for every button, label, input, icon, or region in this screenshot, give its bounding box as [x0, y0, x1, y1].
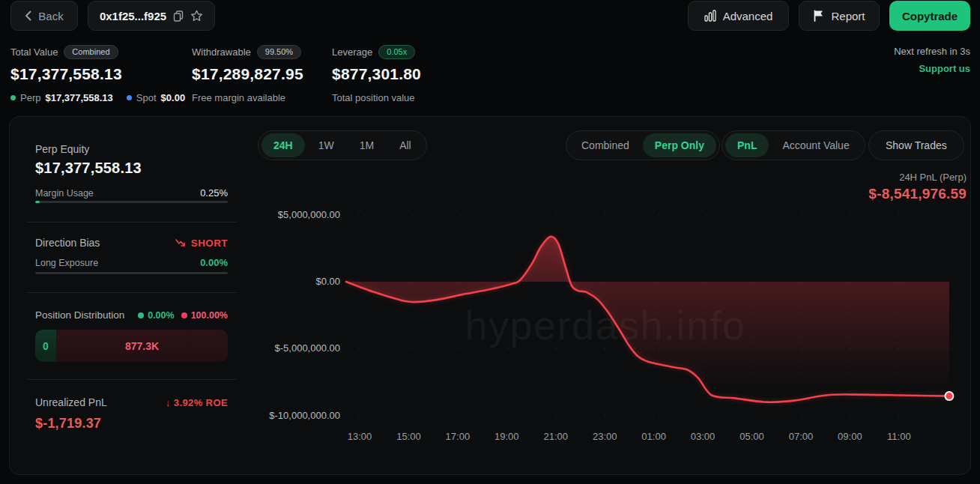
perp-dot-icon	[10, 95, 16, 100]
combined-badge[interactable]: Combined	[64, 45, 118, 59]
svg-text:07:00: 07:00	[789, 431, 814, 442]
account-value-tab[interactable]: Account Value	[770, 133, 861, 157]
svg-text:$-10,000,000.00: $-10,000,000.00	[269, 410, 340, 421]
position-distribution-bar: 0 877.3K	[35, 330, 228, 362]
position-distribution-label: Position Distribution	[35, 309, 124, 321]
svg-text:$0.00: $0.00	[315, 276, 340, 287]
svg-text:21:00: 21:00	[543, 431, 568, 442]
back-label: Back	[38, 10, 63, 22]
leverage-subtitle: Total position value	[332, 92, 421, 103]
spot-dot-icon	[127, 95, 132, 100]
svg-text:17:00: 17:00	[446, 431, 471, 442]
unrealized-pnl-value: $-1,719.37	[35, 416, 101, 432]
perp-equity-value: $17,377,558.13	[35, 160, 142, 177]
svg-text:15:00: 15:00	[396, 431, 421, 442]
metric-group: PnL Account Value	[722, 130, 865, 160]
svg-text:09:00: 09:00	[838, 431, 862, 442]
long-exposure-value: 0.00%	[200, 257, 228, 268]
margin-usage-fill	[35, 201, 40, 203]
refresh-countdown: Next refresh in 3s	[894, 46, 970, 57]
show-trades-label: Show Trades	[886, 139, 947, 151]
perp-value: $17,377,558.13	[45, 92, 112, 103]
bar-chart-icon	[704, 10, 716, 22]
margin-usage-label: Margin Usage	[35, 188, 94, 199]
leverage-badge: 0.05x	[378, 45, 415, 59]
copytrade-button[interactable]: Copytrade	[889, 1, 970, 31]
svg-text:$5,000,000.00: $5,000,000.00	[278, 209, 340, 220]
svg-text:19:00: 19:00	[494, 431, 519, 442]
long-segment: 0	[35, 330, 56, 362]
short-dot-icon	[181, 312, 187, 318]
roe-value: ↓ 3.92% ROE	[166, 397, 228, 408]
show-trades-button[interactable]: Show Trades	[868, 130, 964, 160]
svg-text:01:00: 01:00	[641, 431, 666, 442]
leverage-block: Leverage 0.05x $877,301.80 Total positio…	[332, 45, 421, 103]
copytrade-label: Copytrade	[902, 10, 958, 22]
long-percent: 0.00%	[148, 310, 174, 321]
direction-bias-value: SHORT	[175, 238, 228, 249]
long-dot-icon	[138, 312, 144, 318]
svg-text:03:00: 03:00	[691, 431, 716, 442]
perp-only-tab[interactable]: Perp Only	[643, 133, 716, 157]
support-us-link[interactable]: Support us	[919, 63, 970, 74]
leverage-value: $877,301.80	[332, 65, 421, 83]
account-view-group: Combined Perp Only	[566, 130, 720, 160]
pnl-chart[interactable]: hyperdash.info 13:0015:0017:0019:0021:00…	[247, 169, 971, 450]
divider	[27, 222, 237, 223]
spot-label: Spot	[136, 92, 157, 103]
back-button[interactable]: Back	[10, 1, 78, 31]
short-percent: 100.00%	[191, 310, 228, 321]
advanced-label: Advanced	[723, 10, 773, 22]
total-value-label: Total Value	[10, 46, 58, 58]
pnl-tab[interactable]: PnL	[725, 133, 769, 157]
hyperdash-trader-page: Back 0x1f25...f925 Advanced Report Copyt…	[0, 0, 980, 484]
withdrawable-block: Withdrawable 99.50% $17,289,827.95 Free …	[192, 45, 303, 103]
svg-text:11:00: 11:00	[887, 431, 911, 442]
range-24h-tab[interactable]: 24H	[261, 133, 305, 157]
advanced-button[interactable]: Advanced	[688, 1, 789, 31]
withdrawable-label: Withdrawable	[192, 46, 251, 58]
svg-text:$-5,000,000.00: $-5,000,000.00	[275, 342, 340, 354]
unrealized-pnl-label: Unrealized PnL	[35, 396, 107, 408]
time-range-group: 24H 1W 1M All	[258, 130, 427, 160]
range-1m-tab[interactable]: 1M	[348, 133, 386, 157]
svg-text:23:00: 23:00	[593, 431, 617, 442]
perp-equity-label: Perp Equity	[35, 143, 89, 155]
long-exposure-label: Long Exposure	[35, 258, 98, 268]
margin-usage-bar	[35, 201, 228, 203]
range-1w-tab[interactable]: 1W	[306, 133, 346, 157]
long-exposure-bar	[35, 272, 228, 274]
chevron-left-icon	[25, 10, 31, 21]
report-button[interactable]: Report	[799, 1, 880, 31]
arrow-down-icon: ↓	[166, 397, 171, 408]
withdrawable-subtitle: Free margin available	[192, 92, 303, 103]
range-all-tab[interactable]: All	[387, 133, 423, 157]
divider	[27, 292, 237, 293]
flag-icon	[813, 10, 824, 22]
leverage-label: Leverage	[332, 46, 372, 58]
withdrawable-value: $17,289,827.95	[192, 65, 303, 83]
spot-value: $0.00	[161, 92, 186, 103]
svg-text:05:00: 05:00	[739, 431, 764, 442]
margin-usage-value: 0.25%	[200, 187, 228, 199]
divider	[27, 379, 237, 380]
short-segment: 877.3K	[56, 330, 228, 362]
report-label: Report	[831, 10, 865, 22]
chart-series	[346, 237, 953, 402]
total-value: $17,377,558.13	[10, 65, 185, 83]
wallet-address-pill[interactable]: 0x1f25...f925	[88, 1, 215, 31]
withdrawable-badge: 99.50%	[257, 45, 301, 59]
copy-icon[interactable]	[173, 10, 184, 22]
direction-bias-label: Direction Bias	[35, 237, 100, 249]
wallet-address: 0x1f25...f925	[100, 10, 166, 22]
favorite-star-icon[interactable]	[190, 10, 203, 22]
total-value-block: Total Value Combined $17,377,558.13 Perp…	[10, 45, 185, 103]
trend-down-icon	[175, 239, 187, 247]
perp-label: Perp	[20, 92, 40, 103]
combined-tab[interactable]: Combined	[569, 133, 641, 157]
svg-text:13:00: 13:00	[348, 431, 372, 442]
